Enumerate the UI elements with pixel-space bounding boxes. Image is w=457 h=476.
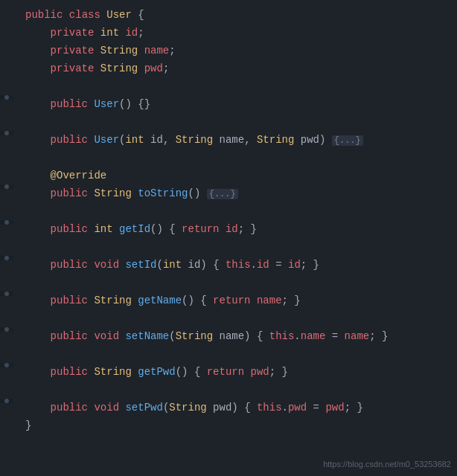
code-text: public User(int id, String name, String … — [13, 132, 363, 148]
code-text — [13, 346, 31, 362]
code-text — [13, 274, 31, 291]
code-line: public String getPwd() { return pwd; } — [0, 363, 457, 381]
code-line: public class User { — [0, 6, 457, 24]
line-gutter — [0, 95, 13, 100]
code-text: private int id; — [13, 25, 144, 41]
code-text: public String getPwd() { return pwd; } — [13, 364, 288, 380]
line-gutter — [0, 184, 13, 189]
code-text: public String getName() { return name; } — [13, 292, 301, 309]
code-text — [13, 149, 31, 166]
code-text: public User() {} — [13, 96, 150, 112]
code-text — [13, 78, 31, 94]
code-text: private String name; — [13, 42, 176, 59]
code-line — [0, 381, 457, 399]
code-text: public void setPwd(String pwd) { this.pw… — [13, 399, 363, 416]
line-gutter — [0, 292, 13, 296]
code-line — [0, 149, 457, 167]
code-line — [0, 77, 457, 95]
code-line — [0, 113, 457, 131]
code-text — [13, 114, 31, 130]
code-line: private String name; — [0, 42, 457, 60]
code-line: public int getId() { return id; } — [0, 220, 457, 238]
code-line: } — [0, 416, 457, 434]
line-gutter — [0, 327, 13, 332]
code-text — [13, 382, 31, 398]
code-line — [0, 274, 457, 292]
code-line: private String pwd; — [0, 60, 457, 77]
code-line — [0, 238, 457, 256]
watermark: https://blog.csdn.net/m0_53253682 — [323, 458, 451, 472]
code-line: @Override — [0, 167, 457, 184]
line-gutter — [0, 363, 13, 367]
code-text — [13, 239, 31, 255]
line-gutter — [0, 256, 13, 260]
code-line: public String toString() {...} — [0, 184, 457, 202]
line-gutter — [0, 220, 13, 225]
code-text: private String pwd; — [13, 60, 169, 77]
code-text: public int getId() { return id; } — [13, 221, 257, 237]
code-text: public void setName(String name) { this.… — [13, 328, 388, 344]
code-line — [0, 202, 457, 220]
code-line — [0, 345, 457, 363]
code-line: public void setId(int id) { this.id = id… — [0, 256, 457, 274]
code-line: public User(int id, String name, String … — [0, 131, 457, 149]
code-text: public class User { — [13, 7, 144, 23]
code-line: public String getName() { return name; } — [0, 292, 457, 309]
code-text: @Override — [13, 167, 106, 184]
code-text — [13, 310, 31, 327]
code-text: public String toString() {...} — [13, 185, 238, 202]
line-gutter — [0, 131, 13, 135]
code-line: public void setPwd(String pwd) { this.pw… — [0, 399, 457, 416]
code-line: private int id; — [0, 24, 457, 42]
code-text: } — [13, 417, 31, 434]
code-text — [13, 203, 31, 219]
code-text: public void setId(int id) { this.id = id… — [13, 257, 319, 273]
code-line — [0, 309, 457, 327]
line-gutter — [0, 399, 13, 403]
code-container: public class User { private int id; priv… — [0, 0, 457, 476]
code-line: public void setName(String name) { this.… — [0, 327, 457, 345]
code-line: public User() {} — [0, 95, 457, 113]
